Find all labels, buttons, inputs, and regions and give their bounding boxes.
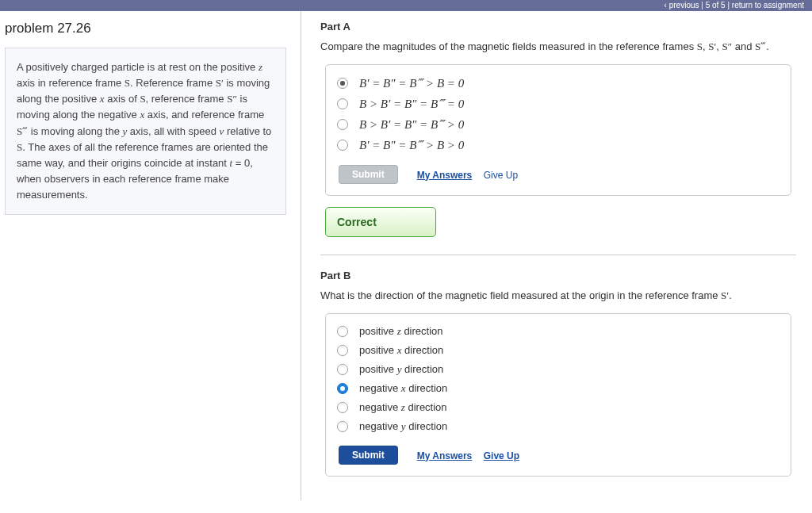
radio-icon[interactable] — [337, 140, 348, 151]
choice-label: negative y direction — [359, 420, 447, 433]
part-b-question: What is the direction of the magnetic fi… — [320, 289, 796, 302]
problem-title: problem 27.26 — [5, 21, 286, 36]
choice-label: negative z direction — [359, 401, 447, 414]
radio-icon[interactable] — [337, 402, 348, 413]
left-panel: problem 27.26 A positively charged parti… — [0, 11, 301, 500]
choice-label: B′ = B″ = B‴ > B = 0 — [359, 76, 464, 90]
choice-label: B > B′ = B″ = B‴ = 0 — [359, 97, 464, 111]
part-a-choices: B′ = B″ = B‴ > B = 0 B > B′ = B″ = B‴ = … — [325, 64, 791, 196]
choice-row[interactable]: B > B′ = B″ = B‴ > 0 — [337, 114, 779, 135]
choice-row[interactable]: B′ = B″ = B‴ > B = 0 — [337, 73, 779, 94]
submit-button[interactable]: Submit — [339, 165, 398, 184]
radio-icon[interactable] — [337, 383, 348, 394]
radio-icon[interactable] — [337, 98, 348, 109]
radio-icon[interactable] — [337, 364, 348, 375]
part-b: Part B What is the direction of the magn… — [320, 270, 796, 477]
part-b-choices: positive z direction positive x directio… — [325, 313, 791, 477]
give-up-link[interactable]: Give Up — [484, 170, 518, 181]
radio-icon[interactable] — [337, 345, 348, 356]
radio-icon[interactable] — [337, 78, 348, 89]
problem-statement: A positively charged particle is at rest… — [5, 48, 286, 215]
submit-button[interactable]: Submit — [339, 446, 398, 465]
choice-row[interactable]: positive z direction — [337, 322, 779, 341]
choice-label: B > B′ = B″ = B‴ > 0 — [359, 117, 464, 132]
choice-row[interactable]: negative y direction — [337, 417, 779, 436]
my-answers-link[interactable]: My Answers — [417, 170, 473, 181]
top-nav: ‹ previous | 5 of 5 | return to assignme… — [0, 0, 812, 11]
choice-row[interactable]: positive x direction — [337, 341, 779, 360]
choice-label: negative x direction — [359, 382, 447, 395]
radio-icon[interactable] — [337, 326, 348, 337]
radio-icon[interactable] — [337, 421, 348, 432]
part-a: Part A Compare the magnitudes of the mag… — [320, 21, 796, 237]
choice-row[interactable]: negative x direction — [337, 379, 779, 398]
divider — [320, 255, 796, 255]
choice-label: positive z direction — [359, 325, 443, 338]
give-up-link[interactable]: Give Up — [484, 450, 519, 461]
part-b-label: Part B — [320, 270, 796, 281]
my-answers-link[interactable]: My Answers — [417, 450, 473, 461]
part-a-label: Part A — [320, 21, 796, 33]
choice-row[interactable]: B′ = B″ = B‴ > B > 0 — [337, 135, 779, 155]
choice-label: positive y direction — [359, 363, 443, 376]
choice-row[interactable]: positive y direction — [337, 360, 779, 379]
correct-feedback: Correct — [325, 207, 436, 237]
right-panel: Part A Compare the magnitudes of the mag… — [301, 11, 812, 500]
choice-row[interactable]: negative z direction — [337, 398, 779, 417]
part-a-question: Compare the magnitudes of the magnetic f… — [320, 40, 796, 53]
radio-icon[interactable] — [337, 119, 348, 130]
choice-label: positive x direction — [359, 344, 443, 357]
choice-label: B′ = B″ = B‴ > B > 0 — [359, 138, 464, 152]
choice-row[interactable]: B > B′ = B″ = B‴ = 0 — [337, 94, 779, 114]
